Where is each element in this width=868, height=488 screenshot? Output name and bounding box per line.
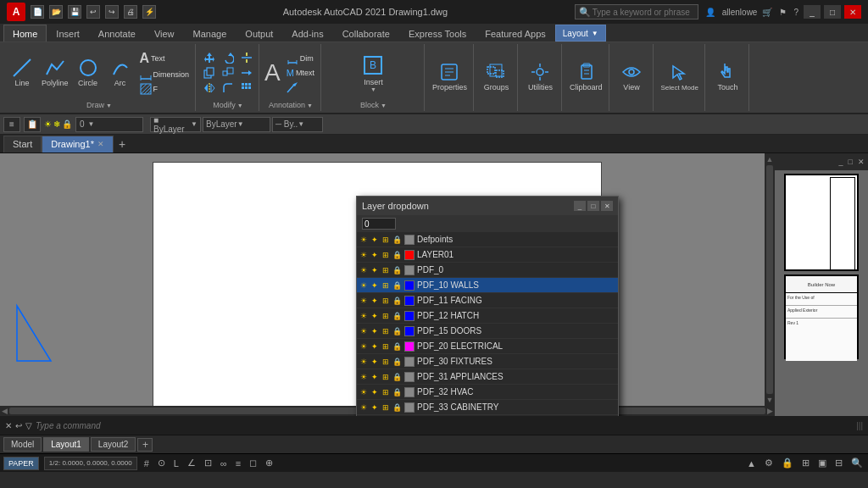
move-button[interactable] — [201, 51, 218, 64]
layer-icon-1[interactable]: ✦ — [370, 266, 380, 274]
layer-color-swatch[interactable] — [404, 357, 415, 367]
minimize-btn[interactable]: _ — [804, 5, 821, 19]
layer-color-swatch[interactable] — [404, 265, 415, 275]
lock-icon[interactable]: 🔒 — [780, 458, 795, 469]
layer-row[interactable]: ☀✦⊞🔒PDF_12 HATCH — [357, 308, 618, 324]
view-button[interactable]: View — [616, 60, 647, 93]
draw-group-label[interactable]: Draw▼ — [86, 101, 112, 109]
coords-btn[interactable]: 1/2: 0.0000, 0.0000, 0.0000 — [44, 457, 137, 470]
layer-icon-3[interactable]: 🔒 — [392, 281, 402, 290]
layer-icon-2[interactable]: ⊞ — [381, 266, 391, 274]
color-dropdown[interactable]: ■ ByLayer ▼ — [150, 117, 201, 132]
layer-icon-1[interactable]: ✦ — [370, 327, 380, 336]
copy-button[interactable] — [201, 66, 218, 80]
layer-row[interactable]: ☀✦⊞🔒PDF_33 CABINETRY — [357, 400, 618, 415]
layer-color-swatch[interactable] — [404, 372, 415, 382]
hardware-icon[interactable]: ▣ — [816, 458, 828, 469]
layer-icon-1[interactable]: ✦ — [370, 373, 380, 381]
save-btn[interactable]: 💾 — [68, 5, 81, 19]
clipboard-button[interactable]: Clipboard — [567, 60, 605, 93]
redo-btn[interactable]: ↪ — [105, 5, 119, 19]
annotation-icon[interactable]: ▲ — [745, 458, 758, 469]
transparency-icon[interactable]: ◻ — [248, 458, 259, 469]
dim-button[interactable]: Dim — [284, 52, 317, 65]
annotation-group-label[interactable]: Annotation▼ — [269, 101, 313, 109]
layer-color-swatch[interactable] — [404, 280, 415, 291]
layer-row[interactable]: ☀✦⊞🔒PDF_15 DOORS — [357, 324, 618, 339]
doc-tab-close[interactable]: ✕ — [97, 140, 104, 148]
utilities-button[interactable]: Utilities — [525, 60, 555, 93]
layer-icon-0[interactable]: ☀ — [359, 358, 369, 366]
layer-icon-1[interactable]: ✦ — [370, 297, 380, 305]
otrack-icon[interactable]: ∞ — [219, 458, 229, 469]
layer-icon-3[interactable]: 🔒 — [392, 266, 402, 274]
polyline-button[interactable]: Polyline — [39, 56, 71, 89]
layer-row[interactable]: ☀✦⊞🔒PDF_20 ELECTRICAL — [357, 339, 618, 354]
layer-icon-3[interactable]: 🔒 — [392, 297, 402, 305]
layer-row[interactable]: ☀✦⊞🔒PDF_10 WALLS — [357, 278, 618, 293]
rotate-button[interactable] — [220, 51, 236, 64]
tab-addins[interactable]: Add-ins — [282, 25, 332, 42]
layer-icon-3[interactable]: 🔒 — [392, 358, 402, 366]
layer-dropdown[interactable]: 0 ▼ — [75, 117, 143, 132]
layer-icon-3[interactable]: 🔒 — [392, 388, 402, 396]
layer-icon-2[interactable]: ⊞ — [381, 403, 391, 412]
rp-minimize[interactable]: _ — [837, 157, 845, 167]
layer-icon-2[interactable]: ⊞ — [381, 236, 391, 244]
undo-btn[interactable]: ↩ — [86, 5, 100, 19]
snap-icon[interactable]: ⊙ — [156, 458, 167, 469]
layer-icon-0[interactable]: ☀ — [359, 327, 369, 336]
open-btn[interactable]: 📂 — [49, 5, 63, 19]
layer-icon-1[interactable]: ✦ — [370, 251, 380, 259]
layer-icon-0[interactable]: ☀ — [359, 388, 369, 396]
add-layout-btn[interactable]: + — [137, 438, 153, 452]
doc-tab-start[interactable]: Start — [3, 136, 42, 152]
layer-icon-2[interactable]: ⊞ — [381, 358, 391, 366]
layer-color-swatch[interactable] — [404, 296, 415, 306]
layer-panel-maximize[interactable]: □ — [587, 201, 599, 211]
doc-tab-add[interactable]: + — [114, 136, 131, 152]
layer-icon-2[interactable]: ⊞ — [381, 388, 391, 396]
touch-button[interactable]: Touch — [712, 60, 743, 93]
layer-icon-3[interactable]: 🔒 — [392, 312, 402, 320]
leader-button[interactable] — [284, 80, 317, 94]
search-box[interactable]: 🔍 — [575, 4, 698, 19]
layer-icon-0[interactable]: ☀ — [359, 373, 369, 381]
layer-icon-0[interactable]: ☀ — [359, 297, 369, 305]
tab-manage[interactable]: Manage — [184, 25, 236, 42]
layer-icon-3[interactable]: 🔒 — [392, 373, 402, 381]
array-button[interactable] — [238, 81, 255, 95]
tab-layout[interactable]: Layout ▼ — [555, 25, 606, 42]
layer-row[interactable]: ☀✦⊞🔒PDF_31 APPLIANCES — [357, 369, 618, 385]
tab-featured[interactable]: Featured Apps — [476, 25, 555, 42]
dimension-button[interactable]: Dimension — [137, 68, 192, 81]
layer-icon-0[interactable]: ☀ — [359, 236, 369, 244]
layer-icon-0[interactable]: ☀ — [359, 403, 369, 412]
insert-button[interactable]: B Insert ▼ — [358, 52, 388, 94]
layer-icon-3[interactable]: 🔒 — [392, 403, 402, 412]
layer-row[interactable]: ☀✦⊞🔒Defpoints — [357, 232, 618, 247]
maximize-btn[interactable]: □ — [824, 5, 841, 19]
layout2-tab[interactable]: Layout2 — [91, 437, 136, 452]
layer-icon-3[interactable]: 🔒 — [392, 236, 402, 244]
layer-icon-2[interactable]: ⊞ — [381, 312, 391, 320]
trim-button[interactable] — [238, 51, 255, 64]
layer-icon-0[interactable]: ☀ — [359, 251, 369, 259]
model-tab[interactable]: Model — [3, 437, 42, 452]
layer-panel-close[interactable]: ✕ — [601, 201, 613, 211]
properties-button[interactable]: Properties — [430, 60, 470, 93]
tab-output[interactable]: Output — [236, 25, 282, 42]
text-button[interactable]: A Text — [137, 50, 192, 67]
layer-icon-2[interactable]: ⊞ — [381, 373, 391, 381]
selcycle-icon[interactable]: ⊕ — [264, 458, 275, 469]
layer-icon-1[interactable]: ✦ — [370, 358, 380, 366]
arc-button[interactable]: Arc — [105, 56, 136, 89]
layer-row[interactable]: ☀✦⊞🔒PDF_32 HVAC — [357, 385, 618, 400]
linetype-dropdown[interactable]: ByLayer ▼ — [203, 117, 270, 132]
layer-icon-0[interactable]: ☀ — [359, 266, 369, 274]
grid-icon[interactable]: # — [142, 458, 151, 469]
layer-icon-2[interactable]: ⊞ — [381, 251, 391, 259]
new-btn[interactable]: 📄 — [31, 5, 44, 19]
qsave-btn[interactable]: ⚡ — [142, 5, 156, 19]
cmd-enter-icon[interactable]: ↩ — [15, 421, 22, 430]
